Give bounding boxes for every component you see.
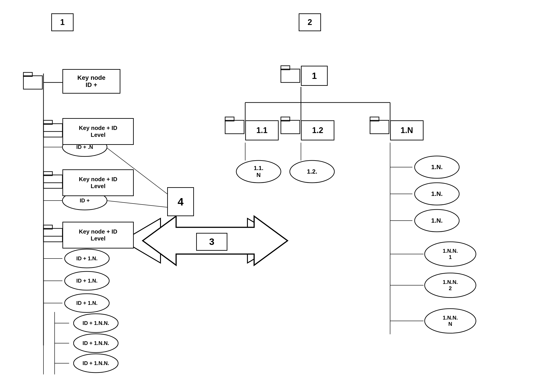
svg-rect-34 [43, 124, 62, 137]
ellipse-id-1nn-1: ID + 1.N.N. [74, 317, 118, 330]
ellipse-id-1n-2: ID + 1.N. [65, 274, 109, 288]
left-node-3: Key node + ID Level [62, 222, 134, 248]
ellipse-1nn-1: 1.N.N. 1 [425, 248, 476, 260]
middle-box-4: 4 [167, 187, 194, 216]
svg-rect-38 [43, 229, 62, 242]
ellipse-1nn-2: 1.N.N. 2 [425, 279, 476, 291]
ellipse-id-plus: ID + [62, 194, 107, 207]
ellipse-id-1n-3: ID + 1.N. [65, 296, 109, 310]
section-label-2: 2 [299, 13, 321, 31]
svg-rect-36 [43, 175, 62, 188]
ellipse-12: 1.2. [290, 165, 334, 178]
svg-rect-44 [281, 120, 300, 134]
diagram-container: 1 2 Key node ID + Key node + ID Level Ke… [0, 0, 537, 392]
arrow-label-3: 3 [196, 233, 227, 251]
svg-rect-32 [23, 76, 42, 89]
ellipse-1nn-n: 1.N.N. N [425, 315, 476, 327]
ellipse-id-1nn-2: ID + 1.N.N. [74, 336, 118, 350]
right-node-12: 1.2 [301, 120, 334, 140]
right-node-1n: 1.N [390, 120, 424, 140]
ellipse-1n-2: 1.N. [415, 187, 459, 201]
svg-rect-40 [281, 69, 300, 82]
ellipse-id-n: ID + .N [62, 140, 107, 154]
ellipse-id-1nn-3: ID + 1.N.N. [74, 357, 118, 370]
left-root-node: Key node ID + [62, 69, 120, 93]
ellipse-1n-1: 1.N. [415, 160, 459, 174]
ellipse-id-1n-1: ID + 1.N. [65, 252, 109, 265]
section-label-1: 1 [51, 13, 74, 31]
right-node-11: 1.1 [245, 120, 279, 140]
right-root-node: 1 [301, 66, 328, 86]
left-node-2: Key node + ID Level [62, 169, 134, 196]
svg-line-16 [106, 201, 167, 207]
ellipse-1n-3: 1.N. [415, 214, 459, 227]
svg-rect-42 [225, 120, 244, 134]
svg-rect-46 [370, 120, 389, 134]
ellipse-11n: 1.1. N [236, 165, 281, 178]
